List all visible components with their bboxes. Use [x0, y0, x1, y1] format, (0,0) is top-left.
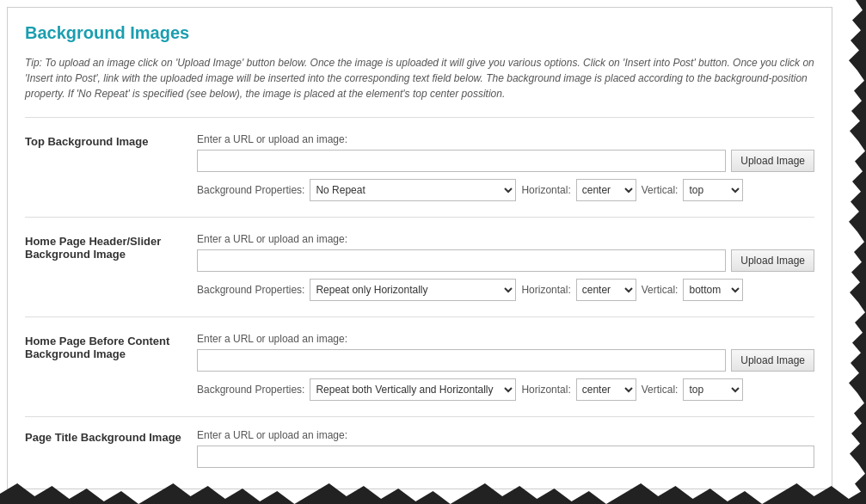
url-field-label-home-before-content: Enter a URL or upload an image: [197, 333, 814, 345]
bg-props-label-top: Background Properties: [197, 184, 304, 196]
partial-url-input[interactable] [197, 446, 814, 468]
bg-repeat-select-home-before-content[interactable]: No Repeat Repeat only Horizontally Repea… [310, 378, 516, 401]
url-row-home-header: Upload Image [197, 249, 814, 272]
vertical-select-top[interactable]: top center bottom [683, 179, 743, 201]
partial-url-row [197, 446, 814, 468]
section-label-home-header: Home Page Header/Slider Background Image [25, 233, 197, 261]
tip-text: Tip: To upload an image click on 'Upload… [25, 55, 814, 101]
upload-button-top[interactable]: Upload Image [731, 150, 814, 172]
vertical-select-home-header[interactable]: top center bottom [683, 279, 743, 301]
upload-button-home-header[interactable]: Upload Image [731, 249, 814, 272]
section-content-home-header: Enter a URL or upload an image: Upload I… [197, 233, 814, 301]
section-home-header: Home Page Header/Slider Background Image… [25, 218, 814, 317]
bg-repeat-select-home-header[interactable]: No Repeat Repeat only Horizontally Repea… [310, 279, 516, 301]
properties-row-top: Background Properties: No Repeat Repeat … [197, 179, 814, 201]
section-content-top: Enter a URL or upload an image: Upload I… [197, 133, 814, 201]
bg-props-label-home-header: Background Properties: [197, 284, 304, 296]
bg-props-label-home-before-content: Background Properties: [197, 384, 304, 396]
vertical-label-home-header: Vertical: [642, 284, 679, 296]
url-input-home-before-content[interactable] [197, 349, 726, 372]
partial-content: Enter a URL or upload an image: [197, 429, 814, 468]
url-field-label-top: Enter a URL or upload an image: [197, 133, 814, 145]
url-row-top: Upload Image [197, 150, 814, 172]
partial-label: Page Title Background Image [25, 429, 197, 444]
vertical-label-home-before-content: Vertical: [642, 384, 679, 396]
url-row-home-before-content: Upload Image [197, 349, 814, 372]
horizontal-select-home-before-content[interactable]: left center right [576, 378, 636, 401]
section-label-top: Top Background Image [25, 133, 197, 148]
vertical-label-top: Vertical: [642, 184, 679, 196]
properties-row-home-header: Background Properties: No Repeat Repeat … [197, 279, 814, 301]
horizontal-label-home-before-content: Horizontal: [521, 384, 570, 396]
bg-repeat-select-top[interactable]: No Repeat Repeat only Horizontally Repea… [310, 179, 516, 201]
section-page-title-partial: Page Title Background Image Enter a URL … [25, 417, 814, 473]
partial-url-label: Enter a URL or upload an image: [197, 429, 814, 441]
jagged-right-edge [849, 0, 866, 504]
properties-row-home-before-content: Background Properties: No Repeat Repeat … [197, 378, 814, 401]
horizontal-label-top: Horizontal: [521, 184, 570, 196]
horizontal-label-home-header: Horizontal: [521, 284, 570, 296]
url-input-home-header[interactable] [197, 249, 726, 272]
url-input-top[interactable] [197, 150, 726, 172]
horizontal-select-top[interactable]: left center right [576, 179, 636, 201]
section-top-background: Top Background Image Enter a URL or uplo… [25, 118, 814, 218]
section-content-home-before-content: Enter a URL or upload an image: Upload I… [197, 333, 814, 401]
page-title: Background Images [25, 23, 814, 43]
main-container: Background Images Tip: To upload an imag… [7, 7, 832, 489]
vertical-select-home-before-content[interactable]: top center bottom [683, 378, 743, 401]
section-label-home-before-content: Home Page Before Content Background Imag… [25, 333, 197, 360]
horizontal-select-home-header[interactable]: left center right [576, 279, 636, 301]
section-home-before-content: Home Page Before Content Background Imag… [25, 317, 814, 417]
url-field-label-home-header: Enter a URL or upload an image: [197, 233, 814, 245]
upload-button-home-before-content[interactable]: Upload Image [731, 349, 814, 372]
